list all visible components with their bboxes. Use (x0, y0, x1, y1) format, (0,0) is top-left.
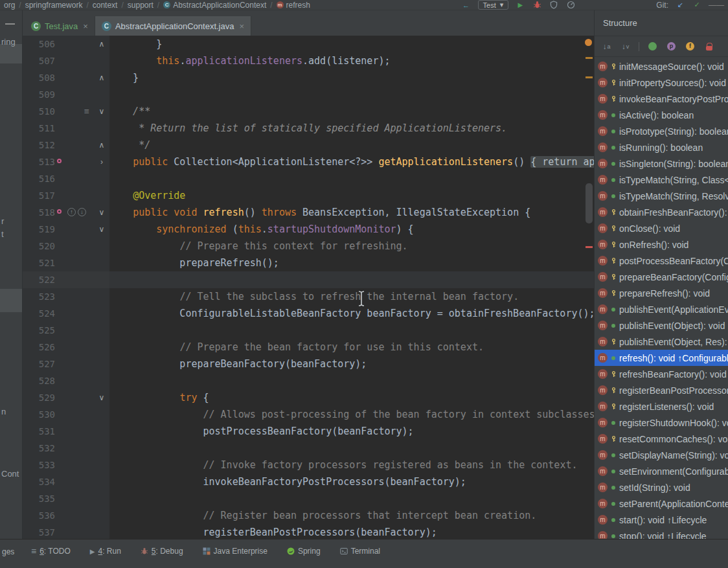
code-text[interactable] (109, 271, 594, 288)
statusbar-toolwindow-button[interactable]: ▶ 4: Run (90, 546, 121, 556)
sort-alphabetically-icon[interactable]: ↓a (601, 41, 612, 52)
fold-marker-icon[interactable]: ∧ (97, 69, 107, 86)
code-text[interactable]: } (109, 36, 594, 52)
code-text[interactable] (109, 322, 594, 339)
code-text[interactable]: prepareBeanFactory(beanFactory); (109, 356, 594, 372)
code-text[interactable]: public void refresh() throws BeansExcept… (109, 204, 594, 221)
hide-panel-dash-icon[interactable] (5, 23, 15, 25)
code-line[interactable]: 509 (23, 86, 594, 103)
code-line[interactable]: 530 // Allows post-processing of the bea… (23, 406, 594, 423)
code-text[interactable] (109, 440, 594, 457)
structure-method-item[interactable]: m prepareRefresh(): void (595, 285, 728, 301)
code-line[interactable]: 516 (23, 170, 594, 187)
structure-method-item[interactable]: m publishEvent(Object): void (595, 317, 728, 334)
structure-method-item[interactable]: m refreshBeanFactory(): void (595, 366, 728, 382)
breadcrumb-item[interactable]: springframework (25, 1, 83, 10)
show-inherited-icon[interactable] (647, 41, 658, 52)
code-text[interactable]: registerBeanPostProcessors(beanFactory); (109, 524, 594, 539)
code-line[interactable]: 537 registerBeanPostProcessors(beanFacto… (23, 524, 594, 539)
code-text[interactable]: */ (109, 137, 594, 153)
tab-abstractapplicationcontext-java[interactable]: C AbstractApplicationContext.java × (95, 16, 251, 36)
structure-method-item[interactable]: m isPrototype(String): boolean (595, 123, 728, 139)
structure-method-item[interactable]: m onClose(): void (595, 220, 728, 236)
code-line[interactable]: 517 @Override (23, 187, 594, 204)
debug-button[interactable] (532, 0, 542, 10)
code-text[interactable]: this.applicationListeners.add(listener); (109, 52, 594, 69)
doc-render-toggle-icon[interactable]: ≡ (84, 106, 89, 117)
structure-method-item[interactable]: m setParent(ApplicationContext): void (595, 495, 728, 512)
statusbar-toolwindow-button[interactable]: Java Enterprise (203, 546, 267, 556)
warning-stripe-mark[interactable] (586, 76, 593, 78)
breadcrumb-item[interactable]: support (128, 1, 154, 10)
structure-method-item[interactable]: m setEnvironment(ConfigurableEnvironment… (595, 463, 728, 479)
structure-method-item[interactable]: m registerListeners(): void (595, 398, 728, 415)
fold-marker-icon[interactable]: ∧ (97, 137, 107, 153)
code-line[interactable]: 508 ∧ } (23, 69, 594, 86)
code-line[interactable]: 521 prepareRefresh(); (23, 255, 594, 271)
override-marker-icon[interactable] (57, 209, 62, 214)
breadcrumb-item[interactable]: CAbstractApplicationContext (163, 1, 266, 10)
code-text[interactable]: invokeBeanFactoryPostProcessors(beanFact… (109, 473, 594, 490)
warning-stripe-mark[interactable] (586, 57, 593, 59)
code-line[interactable]: 523 // Tell the subclass to refresh the … (23, 288, 594, 305)
code-text[interactable]: public Collection<ApplicationListener<?>… (109, 153, 594, 170)
structure-method-item[interactable]: m registerBeanPostProcessors(Configurabl… (595, 382, 728, 398)
structure-method-item[interactable]: m onRefresh(): void (595, 236, 728, 253)
code-text[interactable] (109, 86, 594, 103)
close-icon[interactable]: × (239, 21, 244, 31)
show-fields-icon[interactable]: f (685, 41, 696, 52)
code-text[interactable]: /** (109, 103, 594, 120)
code-text[interactable]: @Override (109, 187, 594, 204)
code-text[interactable]: // Allows post-processing of the bean fa… (109, 406, 594, 423)
back-arrow-icon[interactable]: ← (461, 0, 472, 10)
code-text[interactable]: ConfigurableListableBeanFactory beanFact… (109, 305, 594, 322)
code-line[interactable]: 534 invokeBeanFactoryPostProcessors(bean… (23, 473, 594, 490)
code-text[interactable]: prepareRefresh(); (109, 255, 594, 271)
code-line[interactable]: 512 ∧ */ (23, 137, 594, 153)
run-config-select[interactable]: Test ▾ (478, 0, 509, 10)
structure-method-item[interactable]: m isTypeMatch(String, Class<?>): boolean (595, 172, 728, 188)
code-text[interactable]: } (109, 69, 594, 86)
fold-marker-icon[interactable]: ∨ (97, 204, 107, 221)
overridden-method-icon[interactable]: ↓ (78, 208, 86, 216)
structure-method-item[interactable]: m postProcessBeanFactory(ConfigurableLis… (595, 253, 728, 269)
editor-scrollbar-thumb[interactable] (586, 183, 593, 223)
code-text[interactable]: postProcessBeanFactory(beanFactory); (109, 423, 594, 440)
breadcrumb-item[interactable]: org (4, 1, 15, 10)
statusbar-toolwindow-button[interactable]: 5: Debug (141, 546, 183, 556)
profiler-button[interactable] (565, 0, 576, 10)
override-marker-icon[interactable] (57, 159, 62, 163)
tab-test-java[interactable]: C Test.java × (25, 16, 95, 36)
code-text[interactable]: * Return the list of statically specifie… (109, 120, 594, 137)
code-text[interactable]: synchronized (this.startupShutdownMonito… (109, 221, 594, 238)
code-line[interactable]: 535 (23, 490, 594, 507)
code-editor[interactable]: 506 ∧ } 507 this.applicationListeners.ad… (23, 36, 594, 539)
error-stripe-mark[interactable] (586, 246, 593, 248)
code-line[interactable]: 513 › public Collection<ApplicationListe… (23, 153, 594, 170)
code-text[interactable] (109, 372, 594, 389)
sort-by-visibility-icon[interactable]: ↓v (620, 41, 631, 52)
statusbar-toolwindow-button[interactable]: Terminal (340, 546, 380, 556)
code-line[interactable]: 526 // Prepare the bean factory for use … (23, 339, 594, 356)
structure-method-item[interactable]: m isTypeMatch(String, ResolvableType): b… (595, 188, 728, 204)
project-panel-sliver[interactable]: ringrtnCont (0, 10, 23, 539)
code-line[interactable]: 536 // Register bean processors that int… (23, 507, 594, 524)
inspections-indicator-icon[interactable] (585, 39, 592, 46)
code-line[interactable]: 529 ∨ try { (23, 389, 594, 406)
code-line[interactable]: 507 this.applicationListeners.add(listen… (23, 52, 594, 69)
breadcrumb-item[interactable]: mrefresh (277, 1, 310, 10)
show-non-public-icon[interactable] (703, 41, 714, 52)
run-button[interactable]: ▶ (515, 0, 525, 10)
code-text[interactable] (109, 170, 594, 187)
structure-method-item[interactable]: m resetCommonCaches(): void (595, 431, 728, 447)
structure-method-item[interactable]: m isActive(): boolean (595, 107, 728, 123)
code-text[interactable]: try { (109, 389, 594, 406)
code-text[interactable]: // Register bean processors that interce… (109, 507, 594, 524)
structure-method-item[interactable]: m start(): void ↑Lifecycle (595, 512, 728, 528)
git-update-button[interactable]: ↙ (675, 0, 685, 10)
structure-method-item[interactable]: m setDisplayName(String): void (595, 447, 728, 463)
statusbar-toolwindow-button[interactable]: Spring (287, 546, 321, 556)
code-line[interactable]: 520 // Prepare this context for refreshi… (23, 238, 594, 255)
close-icon[interactable]: × (83, 21, 88, 31)
git-commit-button[interactable]: ✓ (692, 0, 702, 10)
